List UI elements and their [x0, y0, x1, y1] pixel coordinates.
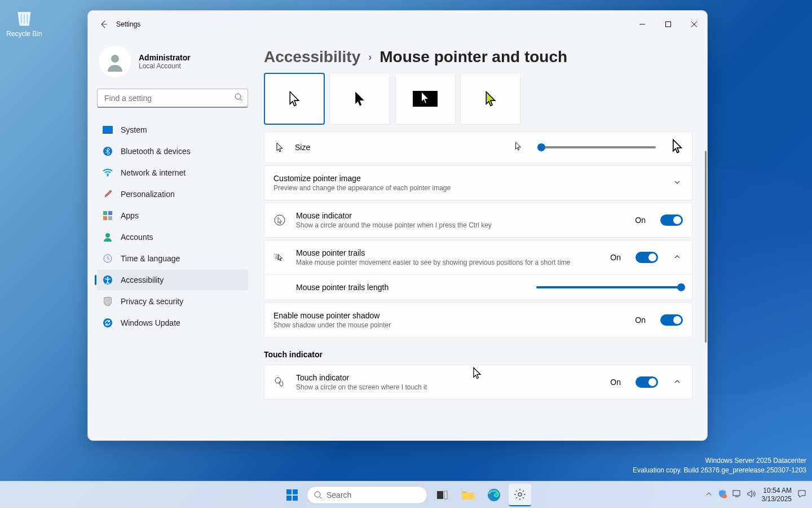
nav-time[interactable]: Time & language	[97, 248, 248, 269]
breadcrumb-parent[interactable]: Accessibility	[264, 48, 360, 66]
nav-network[interactable]: Network & internet	[97, 162, 248, 183]
nav-accounts[interactable]: Accounts	[97, 226, 248, 248]
update-icon	[103, 318, 113, 328]
pointer-style-inverted[interactable]	[395, 73, 456, 125]
accessibility-icon	[103, 275, 113, 285]
user-icon	[105, 51, 125, 72]
chevron-up-icon[interactable]	[674, 252, 683, 262]
back-button[interactable]	[95, 15, 113, 33]
search-icon	[314, 491, 322, 499]
search-box[interactable]	[97, 89, 248, 108]
tray-chevron-icon[interactable]	[705, 491, 712, 499]
cursor-small-icon	[273, 142, 286, 152]
size-card: Size	[264, 132, 692, 163]
pointer-style-row	[264, 73, 692, 125]
nav-system[interactable]: System	[97, 119, 248, 141]
size-label: Size	[295, 143, 310, 152]
content-pane: Accessibility › Mouse pointer and touch …	[257, 38, 707, 440]
indicator-icon	[273, 214, 286, 226]
titlebar: Settings	[88, 11, 707, 38]
trails-card: Mouse pointer trails Make mouse pointer …	[264, 240, 692, 300]
settings-taskbar-button[interactable]	[509, 484, 531, 506]
svg-point-15	[105, 233, 110, 238]
svg-rect-12	[108, 211, 112, 215]
shadow-card: Enable mouse pointer shadow Show shadow …	[264, 303, 692, 338]
svg-rect-7	[103, 126, 113, 133]
tray-volume-icon[interactable]	[747, 490, 756, 500]
nav-apps[interactable]: Apps	[97, 205, 248, 226]
size-slider[interactable]	[537, 146, 656, 148]
apps-icon	[103, 211, 113, 221]
svg-rect-8	[103, 133, 113, 134]
svg-point-5	[235, 94, 241, 99]
breadcrumb: Accessibility › Mouse pointer and touch	[264, 38, 692, 73]
search-input[interactable]	[97, 89, 248, 108]
settings-window: Settings Administrator Local Account	[87, 10, 708, 441]
touch-toggle[interactable]	[636, 376, 658, 388]
back-arrow-icon	[99, 20, 108, 29]
accounts-icon	[103, 232, 113, 242]
user-sub: Local Account	[139, 62, 191, 70]
trails-length-label: Mouse pointer trails length	[296, 283, 389, 292]
file-explorer-button[interactable]	[457, 484, 479, 506]
svg-line-6	[240, 99, 242, 100]
nav-accessibility[interactable]: Accessibility	[97, 269, 248, 291]
task-view-button[interactable]	[431, 484, 453, 506]
svg-rect-1	[666, 22, 671, 27]
scrollbar[interactable]	[705, 151, 707, 343]
svg-rect-22	[286, 489, 292, 494]
pointer-style-white[interactable]	[264, 73, 325, 125]
trails-toggle[interactable]	[636, 252, 658, 263]
touch-indicator-card: Touch indicator Show a circle on the scr…	[264, 365, 692, 400]
svg-point-20	[275, 215, 285, 225]
touch-section-header: Touch indicator	[264, 350, 692, 359]
taskbar-search[interactable]: Search	[307, 486, 427, 504]
svg-rect-33	[733, 491, 740, 496]
customize-card[interactable]: Customize pointer image Preview and chan…	[264, 165, 692, 200]
window-title: Settings	[116, 20, 140, 28]
taskbar: Search 10:54 AM 3/13/2025	[0, 481, 812, 508]
svg-rect-25	[293, 496, 298, 501]
svg-point-10	[107, 175, 109, 177]
pointer-style-custom[interactable]	[460, 73, 521, 125]
chevron-down-icon	[674, 178, 683, 188]
svg-rect-28	[437, 491, 443, 499]
pointer-style-black[interactable]	[329, 73, 390, 125]
user-block[interactable]: Administrator Local Account	[97, 38, 248, 89]
page-title: Mouse pointer and touch	[379, 48, 567, 66]
maximize-button[interactable]	[655, 15, 681, 33]
system-icon	[103, 125, 113, 135]
svg-rect-23	[293, 489, 298, 494]
trails-length-slider[interactable]	[536, 286, 683, 288]
avatar	[99, 46, 131, 77]
touch-icon	[273, 376, 286, 388]
wifi-icon	[103, 168, 113, 178]
start-button[interactable]	[281, 484, 303, 506]
minimize-button[interactable]	[629, 15, 655, 33]
nav-bluetooth[interactable]: Bluetooth & devices	[97, 141, 248, 162]
recycle-bin[interactable]: Recycle Bin	[5, 5, 44, 38]
chevron-up-icon[interactable]	[674, 377, 683, 387]
close-button[interactable]	[681, 15, 707, 33]
tray-security-icon[interactable]	[718, 489, 727, 500]
brush-icon	[103, 189, 113, 199]
nav-personalization[interactable]: Personalization	[97, 183, 248, 205]
tray-clock[interactable]: 10:54 AM 3/13/2025	[762, 487, 792, 503]
tray-notifications-icon[interactable]	[797, 489, 806, 500]
shadow-toggle[interactable]	[660, 314, 683, 326]
svg-point-26	[315, 492, 320, 497]
nav-update[interactable]: Windows Update	[97, 312, 248, 334]
svg-point-19	[103, 318, 112, 327]
trails-icon	[273, 252, 286, 262]
nav-privacy[interactable]: Privacy & security	[97, 291, 248, 312]
watermark: Windows Server 2025 Datacenter Evaluatio…	[633, 456, 806, 475]
edge-button[interactable]	[483, 484, 505, 506]
clock-icon	[103, 253, 113, 264]
chevron-right-icon: ›	[368, 51, 372, 63]
svg-point-4	[111, 55, 119, 63]
tray-network-icon[interactable]	[732, 490, 742, 500]
svg-rect-11	[103, 211, 107, 215]
mouse-indicator-toggle[interactable]	[660, 214, 683, 226]
recycle-bin-label: Recycle Bin	[5, 30, 44, 38]
cursor-large-preview-icon	[672, 139, 683, 156]
